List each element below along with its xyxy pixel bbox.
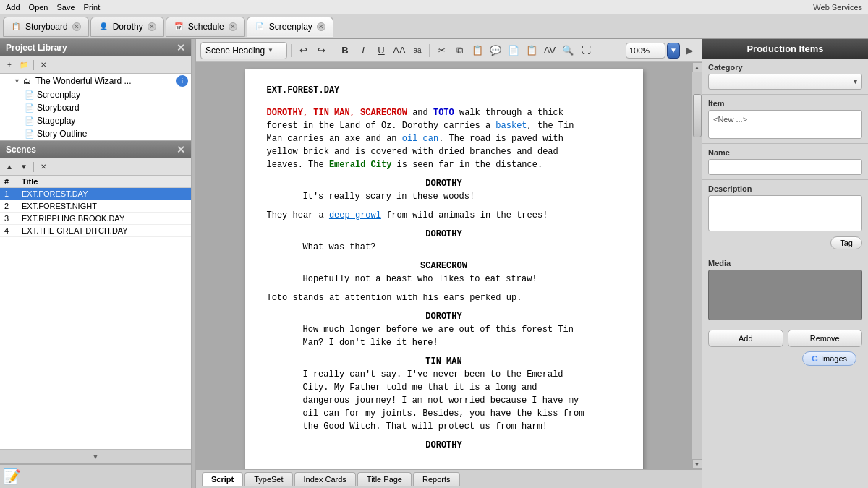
nav-next-arrow[interactable]: ▶	[681, 43, 697, 59]
bold-btn[interactable]: B	[337, 43, 353, 59]
description-textarea[interactable]	[708, 195, 862, 231]
character-name: DOROTHY	[267, 439, 621, 452]
tree-label-wonderful-wizard: The Wonderful Wizard ...	[35, 76, 174, 86]
menu-open[interactable]: Open	[29, 3, 48, 12]
tree-label-story-outline: Story Outline	[37, 129, 188, 139]
zoom-control: 100% ▼ ▶	[626, 43, 697, 59]
tree-item-wonderful-wizard[interactable]: ▼ 🗂 The Wonderful Wizard ... i	[0, 74, 191, 88]
fullscreen-btn[interactable]: ⛶	[578, 43, 594, 59]
dialogue: How much longer before we are out of thi…	[303, 323, 585, 349]
undo-btn[interactable]: ↩	[295, 43, 311, 59]
bottom-tabs: Script TypeSet Index Cards Title Page Re…	[196, 469, 702, 488]
item-new-value[interactable]: <New ...>	[712, 114, 859, 125]
tab-reports[interactable]: Reports	[413, 472, 460, 486]
name-input[interactable]	[708, 159, 862, 175]
tab-bar: 📋 Storyboard ✕ 👤 Dorothy ✕ 📅 Schedule ✕ …	[0, 14, 868, 39]
scroll-thumb[interactable]	[693, 94, 702, 137]
project-library-close[interactable]: ✕	[176, 42, 185, 53]
description-section: Description Tag	[702, 180, 868, 254]
tab-schedule[interactable]: 📅 Schedule ✕	[166, 17, 245, 37]
dorothy-tab-icon: 👤	[98, 22, 109, 32]
scroll-down-btn[interactable]: ▼	[692, 459, 702, 469]
italic-btn[interactable]: I	[355, 43, 371, 59]
add-button[interactable]: Add	[708, 330, 783, 347]
paste-btn[interactable]: 📋	[469, 43, 485, 59]
ed-sep3	[429, 44, 430, 57]
tree-item-stageplay[interactable]: 📄 Stageplay	[0, 114, 191, 127]
images-button[interactable]: G Images	[802, 351, 856, 366]
style-selector-arrow: ▼	[268, 47, 273, 53]
zoom-down-arrow[interactable]: ▼	[667, 43, 680, 59]
copy-btn[interactable]: ⧉	[451, 43, 467, 59]
scene-row[interactable]: 1EXT.FOREST.DAY	[0, 188, 191, 200]
web-services[interactable]: Web Services	[813, 3, 862, 12]
scenes-scroll[interactable]: ▼	[0, 449, 191, 463]
add-item-btn[interactable]: +	[3, 59, 16, 72]
character-name: DOROTHY	[267, 177, 621, 190]
scene-row[interactable]: 4EXT.THE GREAT DITCH.DAY	[0, 225, 191, 237]
cut-btn[interactable]: ✂	[433, 43, 449, 59]
tab-storyboard[interactable]: 📋 Storyboard ✕	[3, 17, 89, 37]
toolbar-separator	[33, 60, 34, 70]
notes-icon[interactable]: 📝	[3, 468, 21, 485]
tag-button[interactable]: Tag	[830, 236, 862, 249]
comment-btn[interactable]: 💬	[488, 43, 503, 59]
scene-row[interactable]: 3EXT.RIPPLING BROOK.DAY	[0, 213, 191, 225]
new-folder-btn[interactable]: 📁	[17, 59, 30, 72]
script-page[interactable]: EXT.FOREST.DAYDOROTHY, TIN MAN, SCARECRO…	[245, 69, 643, 469]
item-section: Item <New ...>	[702, 95, 868, 144]
project-library-toolbar: + 📁 ✕	[0, 56, 191, 74]
tab-title-page[interactable]: Title Page	[357, 472, 412, 486]
redo-btn[interactable]: ↪	[313, 43, 329, 59]
tree-item-story-outline[interactable]: 📄 Story Outline	[0, 127, 191, 140]
project-tree: ▼ 🗂 The Wonderful Wizard ... i 📄 Screenp…	[0, 74, 191, 140]
style-selector[interactable]: Scene Heading ▼	[200, 42, 287, 59]
menu-print[interactable]: Print	[84, 3, 101, 12]
scene-row[interactable]: 2EXT.FOREST.NIGHT	[0, 200, 191, 213]
tab-screenplay[interactable]: 📄 Screenplay ✕	[247, 17, 333, 37]
dorothy-tab-close[interactable]: ✕	[148, 22, 156, 31]
scroll-up-btn[interactable]: ▲	[692, 62, 702, 72]
menu-save[interactable]: Save	[57, 3, 75, 12]
scene-title: EXT.THE GREAT DITCH.DAY	[17, 225, 191, 237]
clipboard2-btn[interactable]: 📋	[524, 43, 540, 59]
tab-index-cards[interactable]: Index Cards	[294, 472, 356, 486]
scenes-close[interactable]: ✕	[176, 144, 185, 155]
category-select[interactable]: ▼	[708, 74, 862, 90]
highlighted-text: Emerald City	[329, 160, 391, 170]
scenes-col-title: Title	[17, 176, 191, 188]
close-panel-btn[interactable]: ✕	[37, 59, 50, 72]
images-label: Images	[821, 354, 847, 363]
scenes-close-btn[interactable]: ✕	[37, 160, 50, 174]
scenes-down-btn[interactable]: ▼	[17, 160, 30, 174]
menu-add[interactable]: Add	[6, 3, 20, 12]
scene-num: 2	[0, 200, 17, 213]
action-paragraph: DOROTHY, TIN MAN, SCARECROW and TOTO wal…	[267, 106, 621, 171]
remove-button[interactable]: Remove	[788, 330, 863, 347]
project-library-header: Project Library ✕	[0, 39, 191, 56]
tree-item-storyboard[interactable]: 📄 Storyboard	[0, 101, 191, 114]
ed-sep2	[333, 44, 333, 57]
smaller-font-btn[interactable]: aa	[409, 43, 425, 59]
search-btn[interactable]: 🔍	[560, 43, 576, 59]
screenplay-tab-close[interactable]: ✕	[317, 22, 326, 31]
storyboard-tab-close[interactable]: ✕	[72, 22, 81, 31]
bigger-font-btn[interactable]: AA	[391, 43, 407, 59]
character-name: DOROTHY	[267, 228, 621, 241]
doc-btn[interactable]: 📄	[506, 43, 522, 59]
editor-toolbar: Scene Heading ▼ ↩ ↪ B I U AA aa ✂ ⧉ 📋 💬 …	[196, 39, 702, 62]
tab-typeset[interactable]: TypeSet	[244, 472, 292, 486]
highlighted-text: deep growl	[329, 210, 381, 221]
tab-script[interactable]: Script	[202, 472, 243, 486]
tab-dorothy[interactable]: 👤 Dorothy ✕	[90, 17, 164, 37]
scenes-up-btn[interactable]: ▲	[3, 160, 16, 174]
tree-item-screenplay[interactable]: 📄 Screenplay	[0, 88, 191, 101]
scene-num: 1	[0, 188, 17, 200]
schedule-tab-close[interactable]: ✕	[229, 22, 237, 31]
right-panel-header: Production Items	[702, 39, 868, 59]
zoom-value: 100%	[626, 43, 665, 59]
underline-btn[interactable]: U	[373, 43, 389, 59]
format-btn[interactable]: AV	[542, 43, 558, 59]
script-container: EXT.FOREST.DAYDOROTHY, TIN MAN, SCARECRO…	[196, 62, 702, 469]
schedule-tab-label: Schedule	[188, 22, 224, 32]
